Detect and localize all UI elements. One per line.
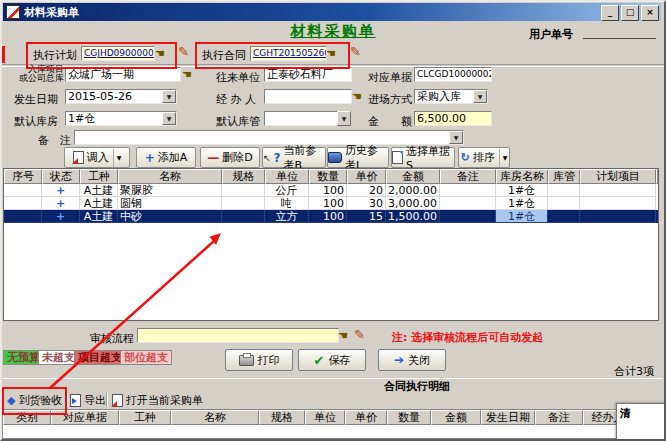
table-row[interactable]: +A土建圆钢吨100303,000.001#仓 (4, 197, 658, 210)
column-header-6[interactable]: 单位 (265, 169, 309, 184)
column-header-13[interactable]: 计划项目 (580, 169, 656, 184)
column-header-7[interactable]: 数量 (309, 169, 347, 184)
column-header-7[interactable]: 单价 (345, 410, 387, 425)
contract-detail-table[interactable]: 类别对应单据工种名称规格单位单价数量金额发生日期备注经办人 (2, 409, 664, 439)
cell[interactable] (548, 184, 580, 197)
cell[interactable]: 15 (347, 210, 386, 223)
entry-mode-combobox[interactable]: 采购入库 ▼ (414, 89, 488, 104)
minimize-button[interactable]: _ (601, 5, 619, 21)
cell[interactable] (440, 210, 496, 223)
cell[interactable]: 1#仓 (496, 184, 548, 197)
exec-plan-input[interactable]: CGJHD090000014 (81, 46, 155, 61)
export-button[interactable]: 导出 (70, 393, 106, 408)
print-button[interactable]: 打印 (225, 349, 293, 371)
cell[interactable] (222, 210, 265, 223)
cell[interactable]: 100 (309, 210, 347, 223)
close-form-button[interactable]: ➔ 关闭 (378, 349, 446, 371)
review-picker-hand-icon[interactable]: ☚ (338, 329, 348, 342)
cell[interactable]: A土建 (80, 197, 118, 210)
exec-contract-picker-hand-icon[interactable]: ☚ (326, 47, 336, 60)
delete-button[interactable]: — 删除D (200, 147, 260, 168)
cell[interactable] (4, 184, 42, 197)
column-header-1[interactable]: 序号 (4, 169, 42, 184)
cell[interactable]: 圆钢 (118, 197, 222, 210)
column-header-4[interactable]: 名称 (171, 410, 259, 425)
cell[interactable] (580, 197, 656, 210)
exec-contract-input[interactable]: CGHT2015052601 (250, 46, 327, 61)
add-button[interactable]: + 添加A (136, 147, 196, 168)
cell[interactable]: 1#仓 (496, 197, 548, 210)
cell[interactable]: 聚脲胶 (118, 184, 222, 197)
default-keeper-input[interactable] (264, 111, 338, 126)
save-button[interactable]: ✔ 保存 (298, 349, 366, 371)
column-header-9[interactable]: 金额 (431, 410, 481, 425)
maximize-button[interactable]: □ (621, 5, 639, 21)
project-picker-hand-icon[interactable]: ☚ (182, 68, 192, 81)
amount-input[interactable]: 6,500.00 (414, 111, 492, 126)
column-header-11[interactable]: 库房名称 (496, 169, 548, 184)
items-table[interactable]: 序号状态工种名称规格单位数量单价金额备注库房名称库管员计划项目+A土建聚脲胶公斤… (3, 168, 659, 321)
cell[interactable]: 中砂 (118, 210, 222, 223)
cell[interactable]: A土建 (80, 210, 118, 223)
cell[interactable]: 3,000.00 (386, 197, 440, 210)
date-combobox[interactable]: 2015-05-26 ▼ (65, 89, 177, 104)
column-header-9[interactable]: 金额 (386, 169, 440, 184)
status-plus-icon[interactable]: + (42, 184, 80, 197)
cell[interactable]: 公斤 (265, 184, 309, 197)
cell[interactable] (440, 197, 496, 210)
status-plus-icon[interactable]: + (42, 210, 80, 223)
column-header-3[interactable]: 工种 (119, 410, 171, 425)
current-reference-button[interactable]: ↖? 当前参考B (262, 147, 326, 168)
column-header-8[interactable]: 单价 (347, 169, 386, 184)
keeper-dropdown-icon[interactable]: ▼ (337, 111, 351, 126)
cell[interactable]: 2,000.00 (386, 184, 440, 197)
cell[interactable] (4, 197, 42, 210)
cell[interactable]: A土建 (80, 184, 118, 197)
cell[interactable] (440, 184, 496, 197)
handler-picker-hand-icon[interactable]: ☚ (352, 90, 362, 103)
cell[interactable] (580, 184, 656, 197)
cell[interactable]: 1,500.00 (386, 210, 440, 223)
cell[interactable] (222, 197, 265, 210)
counterpart-input[interactable]: 正泰砂石料厂 (264, 67, 352, 82)
cell[interactable] (222, 184, 265, 197)
table-row[interactable]: +A土建中砂立方100151,500.001#仓 (4, 210, 658, 223)
project-input[interactable]: 众城广场一期 (65, 67, 181, 82)
chevron-down-icon[interactable]: ▼ (162, 112, 176, 125)
default-warehouse-combobox[interactable]: 1#仓 ▼ (65, 111, 177, 126)
cell[interactable] (548, 197, 580, 210)
column-header-10[interactable]: 备注 (440, 169, 496, 184)
ref-doc-input[interactable]: CLCGD100000029 (414, 67, 492, 82)
sort-button[interactable]: ↻ 排序 ▼ (458, 147, 510, 168)
status-plus-icon[interactable]: + (42, 197, 80, 210)
column-header-4[interactable]: 名称 (118, 169, 222, 184)
column-header-12[interactable]: 库管员 (548, 169, 580, 184)
exec-plan-edit-pen-icon[interactable]: ✎ (178, 44, 189, 59)
cell[interactable]: 立方 (265, 210, 309, 223)
cell[interactable]: 30 (347, 197, 386, 210)
cell[interactable] (580, 210, 656, 223)
column-header-5[interactable]: 规格 (222, 169, 265, 184)
column-header-1[interactable]: 类别 (3, 410, 51, 425)
column-header-6[interactable]: 单位 (305, 410, 345, 425)
cell[interactable]: 20 (347, 184, 386, 197)
chevron-down-icon[interactable]: ▼ (162, 90, 176, 103)
chevron-down-icon[interactable]: ▼ (473, 90, 487, 103)
table-row[interactable]: +A土建聚脲胶公斤100202,000.001#仓 (4, 184, 658, 197)
column-header-2[interactable]: 状态 (42, 169, 80, 184)
cell[interactable]: 1#仓 (496, 210, 548, 223)
exec-contract-edit-pen-icon[interactable]: ✎ (350, 44, 361, 59)
cell[interactable]: 100 (309, 184, 347, 197)
cell[interactable]: 吨 (265, 197, 309, 210)
history-reference-button[interactable]: 历史参考I (327, 147, 389, 168)
cell[interactable]: 100 (309, 197, 347, 210)
handler-input[interactable] (264, 89, 352, 104)
open-current-order-button[interactable]: 打开当前采购单 (112, 393, 203, 408)
cell[interactable] (548, 210, 580, 223)
cell[interactable] (4, 210, 42, 223)
review-flow-input[interactable] (137, 328, 339, 343)
column-header-8[interactable]: 数量 (387, 410, 431, 425)
close-button[interactable]: × (641, 5, 659, 21)
review-edit-pen-icon[interactable]: ✎ (354, 327, 365, 342)
exec-plan-picker-hand-icon[interactable]: ☚ (155, 47, 165, 60)
